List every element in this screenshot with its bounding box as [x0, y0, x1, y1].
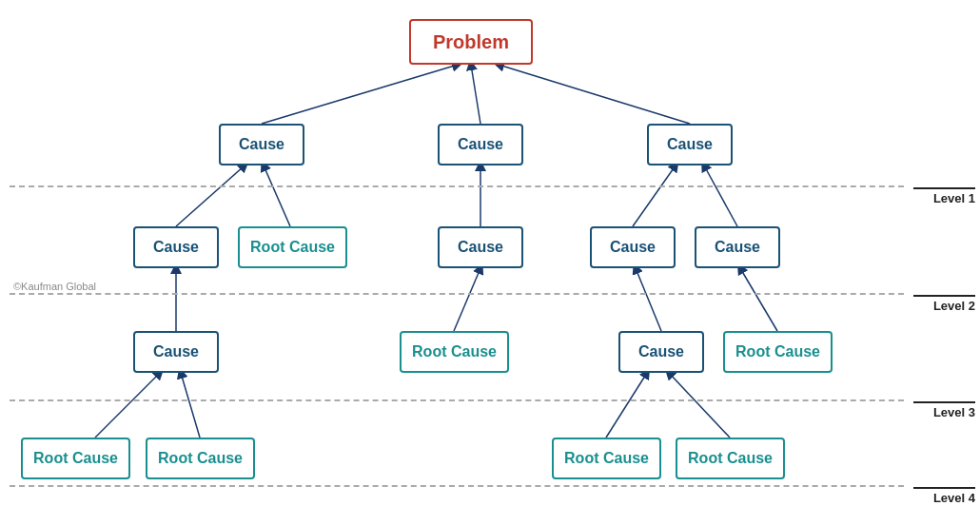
cause-l2-4: Cause — [695, 226, 780, 268]
rootcause-l4-3: Root Cause — [552, 438, 661, 479]
dashed-line-2 — [10, 293, 904, 295]
cause-l1-2: Cause — [438, 124, 523, 165]
svg-line-12 — [95, 373, 160, 438]
cause-l2-1: Cause — [133, 226, 219, 268]
cause-l3-3: Cause — [618, 331, 704, 373]
dashed-line-3 — [10, 399, 904, 401]
svg-line-15 — [669, 373, 730, 438]
svg-line-0 — [262, 65, 458, 124]
svg-line-9 — [454, 268, 480, 331]
rootcause-l4-2: Root Cause — [146, 438, 255, 479]
dashed-line-4 — [10, 485, 904, 487]
svg-line-7 — [704, 165, 737, 226]
svg-line-2 — [499, 65, 690, 124]
cause-l3-1: Cause — [133, 331, 219, 373]
level-3-label: Level 3 — [913, 401, 975, 419]
svg-line-4 — [264, 165, 290, 226]
svg-line-13 — [181, 373, 200, 438]
svg-line-11 — [740, 268, 777, 331]
rootcause-l3-2: Root Cause — [400, 331, 509, 373]
diagram: Level 1 Level 2 Level 3 Level 4 Problem … — [0, 0, 980, 506]
level-1-label: Level 1 — [913, 187, 975, 205]
svg-line-1 — [471, 65, 480, 124]
cause-l2-3: Cause — [590, 226, 676, 268]
rootcause-l4-1: Root Cause — [21, 438, 130, 479]
level-4-label: Level 4 — [913, 487, 975, 505]
watermark: ©Kaufman Global — [13, 281, 96, 292]
rootcause-l2-1: Root Cause — [238, 226, 347, 268]
problem-box: Problem — [409, 19, 533, 65]
rootcause-l3-4: Root Cause — [723, 331, 833, 373]
cause-l2-2: Cause — [438, 226, 523, 268]
svg-line-6 — [633, 165, 676, 226]
dashed-line-1 — [10, 185, 904, 187]
svg-line-10 — [636, 268, 661, 331]
svg-line-3 — [176, 165, 245, 226]
cause-l1-1: Cause — [219, 124, 304, 165]
level-2-label: Level 2 — [913, 295, 975, 313]
svg-line-14 — [606, 373, 647, 438]
rootcause-l4-4: Root Cause — [676, 438, 785, 479]
cause-l1-3: Cause — [647, 124, 733, 165]
